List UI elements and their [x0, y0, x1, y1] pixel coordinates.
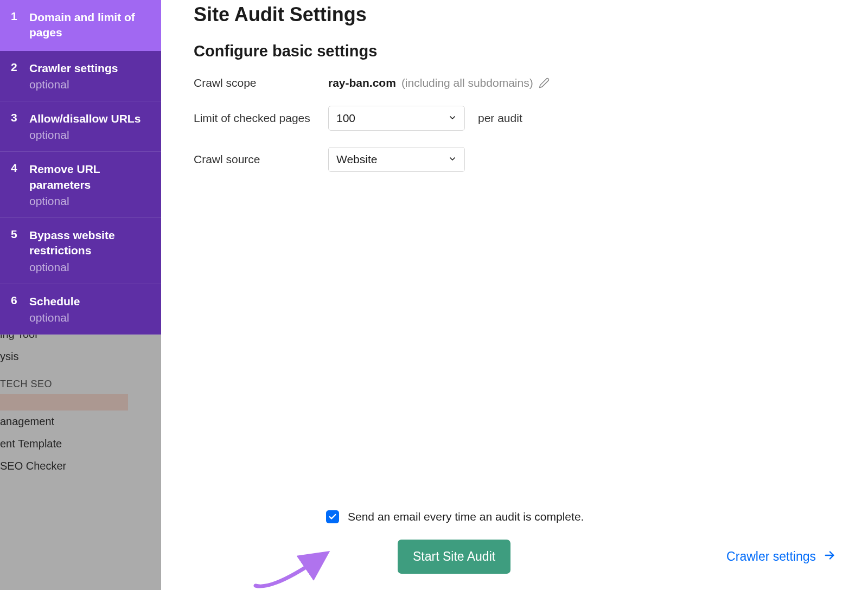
- footer: Send an email every time an audit is com…: [161, 510, 868, 590]
- step-title: Crawler settings: [29, 61, 150, 76]
- step-domain-limit[interactable]: 1 Domain and limit of pages: [0, 0, 161, 51]
- step-bypass-restrictions[interactable]: 5 Bypass website restrictions optional: [0, 218, 161, 284]
- crawl-source-value: Website: [336, 153, 377, 166]
- start-site-audit-button[interactable]: Start Site Audit: [398, 540, 510, 574]
- limit-pages-value: 100: [336, 112, 355, 125]
- crawler-settings-link[interactable]: Crawler settings: [726, 549, 835, 565]
- email-notify-label: Send an email every time an audit is com…: [348, 510, 584, 523]
- step-remove-url-params[interactable]: 4 Remove URL parameters optional: [0, 152, 161, 218]
- step-number: 6: [11, 294, 17, 307]
- step-number: 4: [11, 162, 17, 175]
- step-subtitle: optional: [29, 311, 150, 324]
- limit-pages-label: Limit of checked pages: [194, 112, 328, 125]
- email-notify-checkbox[interactable]: [326, 510, 339, 523]
- crawl-scope-note: (including all subdomains): [401, 76, 533, 89]
- step-subtitle: optional: [29, 261, 150, 274]
- page-title: Site Audit Settings: [194, 3, 835, 26]
- limit-pages-row: Limit of checked pages 100 per audit: [194, 106, 835, 131]
- main-panel: Site Audit Settings Configure basic sett…: [161, 0, 868, 590]
- step-title: Allow/disallow URLs: [29, 111, 150, 126]
- action-row: Start Site Audit Crawler settings: [194, 540, 835, 574]
- step-number: 1: [11, 10, 17, 23]
- step-crawler-settings[interactable]: 2 Crawler settings optional: [0, 51, 161, 101]
- crawl-source-row: Crawl source Website: [194, 147, 835, 172]
- step-number: 2: [11, 61, 17, 74]
- step-title: Domain and limit of pages: [29, 10, 150, 41]
- crawl-source-select[interactable]: Website: [328, 147, 465, 172]
- step-subtitle: optional: [29, 195, 150, 208]
- crawl-scope-domain: ray-ban.com: [328, 76, 396, 89]
- step-title: Schedule: [29, 294, 150, 309]
- chevron-down-icon: [448, 112, 457, 125]
- wizard-sidebar: 1 Domain and limit of pages 2 Crawler se…: [0, 0, 161, 335]
- step-schedule[interactable]: 6 Schedule optional: [0, 284, 161, 335]
- step-subtitle: optional: [29, 78, 150, 91]
- step-title: Remove URL parameters: [29, 162, 150, 193]
- email-notify-row: Send an email every time an audit is com…: [326, 510, 835, 523]
- step-title: Bypass website restrictions: [29, 228, 150, 259]
- limit-pages-suffix: per audit: [478, 112, 522, 125]
- crawl-scope-row: Crawl scope ray-ban.com (including all s…: [194, 76, 835, 89]
- chevron-down-icon: [448, 153, 457, 166]
- step-number: 3: [11, 111, 17, 124]
- crawl-source-label: Crawl source: [194, 153, 328, 166]
- arrow-right-icon: [824, 549, 835, 565]
- pencil-icon[interactable]: [539, 78, 550, 88]
- crawler-settings-label: Crawler settings: [726, 549, 816, 564]
- section-title: Configure basic settings: [194, 42, 835, 60]
- crawl-scope-label: Crawl scope: [194, 76, 328, 89]
- step-subtitle: optional: [29, 129, 150, 142]
- step-allow-disallow[interactable]: 3 Allow/disallow URLs optional: [0, 101, 161, 152]
- step-number: 5: [11, 228, 17, 241]
- limit-pages-select[interactable]: 100: [328, 106, 465, 131]
- arrow-annotation-icon: [251, 547, 331, 590]
